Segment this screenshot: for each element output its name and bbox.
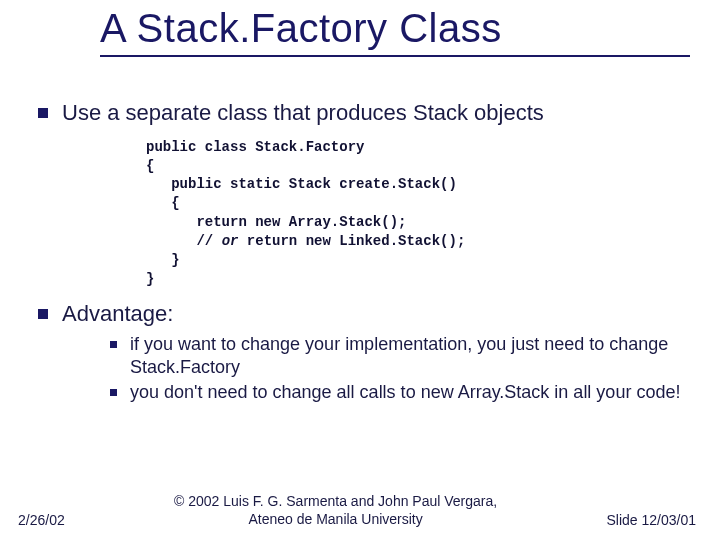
code-line: {: [146, 195, 180, 211]
sub-bullet-list: if you want to change your implementatio…: [62, 333, 688, 405]
bullet-item: Use a separate class that produces Stack…: [32, 98, 688, 289]
slide-footer: 2/26/02 © 2002 Luis F. G. Sarmenta and J…: [0, 493, 720, 528]
code-comment-rest: return new Linked.Stack();: [247, 233, 465, 249]
code-line: {: [146, 158, 154, 174]
bullet-text: Advantage:: [62, 301, 173, 326]
sub-bullet-item: if you want to change your implementatio…: [108, 333, 688, 380]
slide-title: A Stack.Factory Class: [100, 6, 690, 57]
copyright-line-1: © 2002 Luis F. G. Sarmenta and John Paul…: [174, 493, 497, 509]
bullet-list: Use a separate class that produces Stack…: [32, 98, 688, 405]
code-line: }: [146, 252, 180, 268]
slide-body: Use a separate class that produces Stack…: [32, 98, 688, 411]
copyright-line-2: Ateneo de Manila University: [248, 511, 422, 527]
sub-bullet-item: you don't need to change all calls to ne…: [108, 381, 688, 404]
code-line: return new Array.Stack();: [146, 214, 406, 230]
bullet-text: Use a separate class that produces Stack…: [62, 100, 544, 125]
code-comment-prefix: //: [146, 233, 222, 249]
code-line: }: [146, 271, 154, 287]
footer-date: 2/26/02: [18, 512, 65, 528]
code-line: // or return new Linked.Stack();: [146, 233, 465, 249]
code-line: public static Stack create.Stack(): [146, 176, 457, 192]
code-block: public class Stack.Factory { public stat…: [146, 138, 688, 289]
footer-slide-number: Slide 12/03/01: [606, 512, 696, 528]
code-line: public class Stack.Factory: [146, 139, 364, 155]
slide: A Stack.Factory Class Use a separate cla…: [0, 0, 720, 540]
code-comment-italic: or: [222, 233, 247, 249]
bullet-item: Advantage: if you want to change your im…: [32, 299, 688, 405]
footer-copyright: © 2002 Luis F. G. Sarmenta and John Paul…: [65, 493, 607, 528]
